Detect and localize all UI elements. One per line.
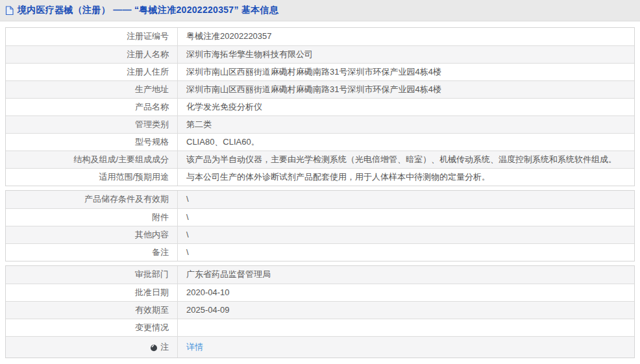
row-label: 管理类别 <box>6 116 178 133</box>
row-label: 附件 <box>6 209 178 226</box>
row-value: 2020-04-10 <box>178 284 634 301</box>
row-value <box>178 319 634 336</box>
row-value: \ <box>178 209 634 226</box>
row-label: 注册人住所 <box>6 64 178 80</box>
row-label: 注册证编号 <box>6 28 178 45</box>
table-row: 备注 \ <box>6 243 634 261</box>
row-value: 该产品为半自动仪器，主要由光学检测系统（光电倍增管、暗室）、机械传动系统、温度控… <box>178 151 634 168</box>
row-label: 批准日期 <box>6 284 178 301</box>
note-icon <box>150 344 158 352</box>
row-label: 生产地址 <box>6 81 178 98</box>
table-row: 变更情况 <box>6 319 634 336</box>
table-row: 管理类别 第二类 <box>6 115 634 133</box>
row-label: 注册人名称 <box>6 46 178 63</box>
row-label: 审批部门 <box>6 266 178 284</box>
row-value: 详情 <box>178 337 634 358</box>
row-label: 备注 <box>6 244 178 261</box>
row-value: 广东省药品监督管理局 <box>178 266 634 284</box>
table-row: 注册人名称 深圳市海拓华擎生物科技有限公司 <box>6 45 634 63</box>
row-value: 2025-04-09 <box>178 302 634 319</box>
row-label: 有效期至 <box>6 302 178 319</box>
table-row: 型号规格 CLIA80、CLIA60。 <box>6 133 634 151</box>
details-link[interactable]: 详情 <box>186 342 203 353</box>
table-row: 附件 \ <box>6 208 634 226</box>
table-row: 结构及组成/主要组成成分 该产品为半自动仪器，主要由光学检测系统（光电倍增管、暗… <box>6 151 634 168</box>
row-label: 注 <box>6 337 178 358</box>
row-value: CLIA80、CLIA60。 <box>178 134 634 151</box>
row-value: 深圳市南山区西丽街道麻磡村麻磡南路31号深圳市环保产业园4栋4楼 <box>178 81 634 98</box>
table-section-storage: 产品储存条件及有效期 \ 附件 \ 其他内容 \ 备注 \ <box>5 190 635 261</box>
table-row: 产品名称 化学发光免疫分析仪 <box>6 98 634 115</box>
table-row: 审批部门 广东省药品监督管理局 <box>6 266 634 284</box>
row-label: 产品名称 <box>6 99 178 115</box>
row-value: 第二类 <box>178 116 634 133</box>
table-row: 批准日期 2020-04-10 <box>6 284 634 301</box>
page-header: 境内医疗器械（注册） —— “粤械注准20202220357” 基本信息 <box>0 0 640 21</box>
row-label: 适用范围/预期用途 <box>6 169 178 186</box>
table-row: 注册人住所 深圳市南山区西丽街道麻磡村麻磡南路31号深圳市环保产业园4栋4楼 <box>6 63 634 80</box>
table-row-note: 注 详情 <box>6 336 634 358</box>
table-row: 生产地址 深圳市南山区西丽街道麻磡村麻磡南路31号深圳市环保产业园4栋4楼 <box>6 80 634 98</box>
row-value: \ <box>178 226 634 243</box>
row-label: 其他内容 <box>6 226 178 243</box>
row-label: 变更情况 <box>6 319 178 336</box>
row-value: 化学发光免疫分析仪 <box>178 99 634 115</box>
row-value: 粤械注准20202220357 <box>178 28 634 45</box>
table-row: 适用范围/预期用途 与本公司生产的体外诊断试剂产品配套使用，用于人体样本中待测物… <box>6 168 634 186</box>
table-row: 有效期至 2025-04-09 <box>6 301 634 319</box>
table-row: 其他内容 \ <box>6 226 634 243</box>
table-section-basic: 注册证编号 粤械注准20202220357 注册人名称 深圳市海拓华擎生物科技有… <box>5 27 635 186</box>
row-label: 结构及组成/主要组成成分 <box>6 151 178 168</box>
page-title: 境内医疗器械（注册） —— “粤械注准20202220357” 基本信息 <box>18 5 278 16</box>
table-row: 产品储存条件及有效期 \ <box>6 191 634 208</box>
row-label: 型号规格 <box>6 134 178 151</box>
row-value: \ <box>178 191 634 208</box>
row-value: \ <box>178 244 634 261</box>
row-value: 深圳市南山区西丽街道麻磡村麻磡南路31号深圳市环保产业园4栋4楼 <box>178 64 634 80</box>
table-row: 注册证编号 粤械注准20202220357 <box>6 28 634 45</box>
info-tables: 注册证编号 粤械注准20202220357 注册人名称 深圳市海拓华擎生物科技有… <box>5 27 635 358</box>
row-value: 与本公司生产的体外诊断试剂产品配套使用，用于人体样本中待测物的定量分析。 <box>178 169 634 186</box>
row-label-text: 注 <box>160 342 169 353</box>
row-value: 深圳市海拓华擎生物科技有限公司 <box>178 46 634 63</box>
document-icon <box>5 6 14 16</box>
table-section-approval: 审批部门 广东省药品监督管理局 批准日期 2020-04-10 有效期至 202… <box>5 265 635 358</box>
row-label: 产品储存条件及有效期 <box>6 191 178 208</box>
